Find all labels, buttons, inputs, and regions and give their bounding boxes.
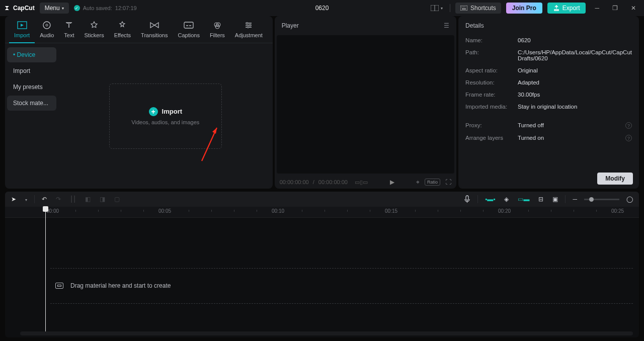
trim-left-button[interactable]: ◧: [83, 195, 93, 204]
pointer-dropdown[interactable]: ▾: [23, 195, 29, 204]
transitions-icon: [149, 20, 159, 30]
hamburger-icon[interactable]: ☰: [444, 22, 449, 29]
svg-point-3: [461, 7, 462, 7]
timeline-scrollbar[interactable]: [20, 331, 633, 335]
window-maximize[interactable]: ❐: [608, 3, 622, 14]
modify-button[interactable]: Modify: [597, 173, 633, 185]
tab-captions[interactable]: Captions: [173, 19, 204, 43]
player-viewport[interactable]: [277, 35, 454, 174]
track-guide: [50, 268, 633, 269]
tab-text[interactable]: Text: [59, 19, 79, 43]
sidebar-item-import[interactable]: Import: [7, 63, 56, 78]
detail-fps-label: Frame rate:: [465, 92, 513, 98]
timeline-tracks[interactable]: Drag material here and start to create: [5, 218, 639, 337]
tab-stickers[interactable]: Stickers: [79, 19, 109, 43]
zoom-out-button[interactable]: ─: [571, 195, 579, 204]
help-icon[interactable]: ?: [625, 135, 632, 141]
tab-transitions[interactable]: Transitions: [136, 19, 173, 43]
import-drop-area[interactable]: + Import Videos, audios, and images: [58, 43, 273, 189]
cover-button[interactable]: ▣: [550, 195, 560, 204]
timecode-duration: 00:00:00:00: [318, 179, 348, 185]
sidebar-item-device[interactable]: Device: [7, 47, 56, 62]
tab-label: Import: [14, 32, 30, 38]
delete-button[interactable]: ▢: [112, 195, 122, 204]
tab-label: Filters: [210, 32, 225, 38]
timeline-ruler[interactable]: 00:00 00:05 00:10 00:15 00:20 00:25: [5, 207, 639, 218]
svg-point-15: [250, 24, 251, 26]
zoom-slider[interactable]: [584, 199, 619, 200]
preview-render-button[interactable]: ▭▬: [516, 195, 531, 204]
mic-icon: [464, 195, 470, 203]
player-title: Player: [282, 22, 299, 29]
export-label: Export: [562, 5, 580, 12]
help-icon[interactable]: ?: [625, 122, 632, 129]
sidebar-item-presets[interactable]: My presets: [7, 79, 56, 95]
zoom-thumb[interactable]: [589, 197, 594, 202]
detail-name-value: 0620: [518, 37, 632, 43]
link-button[interactable]: ◈: [502, 195, 511, 204]
detail-fps-value: 30.00fps: [518, 92, 632, 98]
tab-label: Stickers: [85, 32, 104, 38]
detail-proxy-label: Proxy:: [465, 122, 513, 129]
detail-name-label: Name:: [465, 37, 513, 43]
tab-effects[interactable]: Effects: [109, 19, 136, 43]
svg-point-5: [464, 7, 465, 7]
tab-filters[interactable]: Filters: [205, 19, 230, 43]
tab-label: Transitions: [141, 32, 168, 38]
drag-hint: Drag material here and start to create: [55, 282, 171, 289]
export-button[interactable]: Export: [547, 3, 586, 14]
effects-icon: [118, 20, 127, 30]
tab-label: Audio: [40, 32, 54, 38]
svg-rect-19: [466, 196, 468, 200]
split-button[interactable]: ⎮⎮: [68, 195, 78, 204]
window-minimize[interactable]: ─: [591, 3, 603, 14]
detail-path-label: Path:: [465, 49, 513, 61]
svg-rect-2: [460, 6, 467, 11]
undo-button[interactable]: ↶: [40, 195, 49, 204]
window-close[interactable]: ✕: [627, 3, 640, 14]
menu-button[interactable]: Menu ▾: [40, 3, 69, 14]
detail-imported-label: Imported media:: [465, 104, 513, 110]
autosave-time: 12:07:19: [115, 5, 137, 11]
timeline-panel: ➤ ▾ ↶ ↷ ⎮⎮ ◧ ◨ ▢ ▪▬▪ ◈ ▭▬ ⊟ ▣ ─ ◯ 00:00 …: [5, 192, 639, 337]
tab-audio[interactable]: Audio: [35, 19, 59, 43]
keyboard-icon: [460, 6, 467, 11]
autosave-prefix: Auto saved:: [83, 5, 112, 11]
shortcuts-button[interactable]: Shortcuts: [455, 3, 501, 14]
play-button[interactable]: ▶: [390, 179, 394, 186]
import-subtext: Videos, audios, and images: [131, 119, 199, 125]
tab-import[interactable]: Import: [9, 19, 35, 43]
shortcuts-label: Shortcuts: [470, 5, 496, 12]
join-pro-button[interactable]: Join Pro: [506, 3, 542, 14]
frame-step-icon[interactable]: ▭▯▭: [355, 179, 368, 186]
align-button[interactable]: ⊟: [536, 195, 545, 204]
app-name: CapCut: [13, 5, 35, 12]
sidebar-item-stock[interactable]: Stock mate...: [7, 96, 56, 111]
focus-icon[interactable]: ⌖: [416, 179, 420, 186]
export-icon: [553, 5, 559, 11]
divider: [477, 195, 478, 203]
record-voiceover-button[interactable]: [462, 194, 472, 204]
autosave-status: ✓ Auto saved: 12:07:19: [74, 5, 137, 11]
import-box[interactable]: + Import Videos, audios, and images: [109, 83, 222, 149]
timecode-sep: /: [313, 179, 314, 185]
detail-imported-value: Stay in original location: [518, 104, 632, 110]
menu-label: Menu: [45, 5, 60, 12]
zoom-fit-button[interactable]: ◯: [624, 195, 635, 204]
trim-right-button[interactable]: ◨: [98, 195, 107, 204]
check-icon: ✓: [74, 5, 80, 11]
ruler-tick: 00:05: [158, 208, 171, 214]
pointer-tool[interactable]: ➤: [9, 195, 18, 204]
player-controls: 00:00:00:00 / 00:00:00:00 ▭▯▭ ▶ ⌖ Ratio …: [275, 176, 456, 189]
audio-icon: [42, 20, 51, 30]
fullscreen-icon[interactable]: ⛶: [445, 179, 451, 186]
layout-preset-button[interactable]: ▾: [429, 4, 445, 12]
chevron-down-icon: ▾: [62, 6, 64, 11]
detail-layers-value: Turned on: [518, 135, 620, 141]
magnet-button[interactable]: ▪▬▪: [483, 195, 498, 204]
tab-adjustment[interactable]: Adjustment: [230, 19, 268, 43]
detail-resolution-value: Adapted: [518, 79, 632, 86]
redo-button[interactable]: ↷: [54, 195, 63, 204]
ratio-button[interactable]: Ratio: [425, 179, 440, 186]
detail-aspect-label: Aspect ratio:: [465, 67, 513, 73]
